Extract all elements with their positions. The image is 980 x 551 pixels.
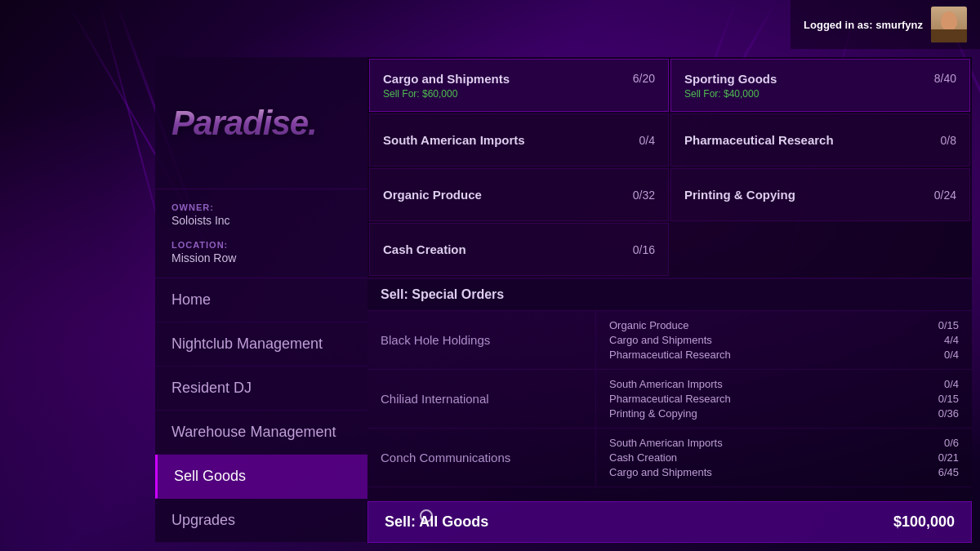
special-orders-title: Sell: Special Orders <box>381 287 959 302</box>
nav-items: HomeNightclub ManagementResident DJWareh… <box>155 278 368 543</box>
orders-list: Black Hole HoldingsOrganic Produce0/15Ca… <box>368 311 972 501</box>
logged-in-text: Logged in as: smurfynz <box>804 19 923 31</box>
order-row: Black Hole HoldingsOrganic Produce0/15Ca… <box>368 311 972 370</box>
order-company-name: Black Hole Holdings <box>381 333 490 347</box>
goods-cell-south-american-imports: South American Imports0/4 <box>369 113 669 167</box>
goods-name: Sporting Goods <box>684 72 777 86</box>
goods-count: 0/4 <box>639 134 655 147</box>
goods-cell-cargo-and-shipments: Cargo and Shipments6/20Sell For: $60,000 <box>369 59 669 112</box>
goods-name: South American Imports <box>383 133 525 147</box>
goods-cell-sporting-goods: Sporting Goods8/40Sell For: $40,000 <box>670 59 970 112</box>
goods-count: 6/20 <box>633 72 655 85</box>
sidebar-item-upgrades[interactable]: Upgrades <box>155 499 368 543</box>
goods-count: 8/40 <box>934 72 956 85</box>
order-company-name: Chiliad International <box>381 392 489 406</box>
order-item: South American Imports0/6 <box>609 437 959 449</box>
order-item: Cargo and Shipments4/4 <box>609 334 959 346</box>
goods-name: Cash Creation <box>383 242 466 256</box>
order-company-cell: Conch Communications <box>368 429 596 487</box>
sidebar-item-sell-goods[interactable]: Sell Goods <box>155 455 368 499</box>
main-layout: Paradise. OWNER: Soloists Inc LOCATION: … <box>155 57 972 543</box>
order-item-count: 0/15 <box>938 393 959 405</box>
order-item-count: 6/45 <box>938 466 959 478</box>
order-item-name: Cargo and Shipments <box>609 466 712 478</box>
owner-label: OWNER: <box>172 202 351 212</box>
goods-cell-printing-&-copying: Printing & Copying0/24 <box>670 168 970 221</box>
avatar <box>931 7 967 42</box>
order-company-cell: Black Hole Holdings <box>368 311 596 369</box>
sidebar: Paradise. OWNER: Soloists Inc LOCATION: … <box>155 57 368 543</box>
order-item: Cargo and Shipments6/45 <box>609 466 959 478</box>
order-item: Pharmaceutical Research0/15 <box>609 393 959 405</box>
order-item: Printing & Copying0/36 <box>609 407 959 420</box>
order-item-count: 0/4 <box>944 378 959 390</box>
goods-count: 0/16 <box>633 243 655 256</box>
goods-sell-price: Sell For: $60,000 <box>383 88 655 100</box>
order-item-name: Pharmaceutical Research <box>609 393 731 405</box>
order-company-cell: Chiliad International <box>368 370 596 428</box>
goods-count: 0/24 <box>934 189 956 202</box>
logo-text: Paradise. <box>172 104 317 143</box>
order-item-count: 0/21 <box>938 451 959 464</box>
sidebar-item-resident-dj[interactable]: Resident DJ <box>155 367 368 411</box>
location-value: Mission Row <box>172 251 351 264</box>
username: smurfynz <box>875 19 923 31</box>
goods-cell-pharmaceutical-research: Pharmaceutical Research0/8 <box>670 113 970 167</box>
location-section: LOCATION: Mission Row <box>155 233 368 278</box>
special-orders-header: Sell: Special Orders <box>368 278 972 311</box>
goods-cell-cash-creation: Cash Creation0/16 <box>369 223 669 276</box>
goods-name: Organic Produce <box>383 188 482 202</box>
top-bar: Logged in as: smurfynz <box>791 0 980 49</box>
goods-sell-price: Sell For: $40,000 <box>684 88 956 100</box>
action-price: $100,000 <box>893 513 955 531</box>
goods-cell-organic-produce: Organic Produce0/32 <box>369 168 669 221</box>
order-item-name: Cash Creation <box>609 451 677 464</box>
sidebar-item-warehouse-management[interactable]: Warehouse Management <box>155 411 368 455</box>
avatar-face <box>931 7 967 42</box>
order-item-count: 0/4 <box>944 349 959 361</box>
action-bar[interactable]: Sell: All Goods $100,000 <box>368 501 972 543</box>
order-item: Organic Produce0/15 <box>609 319 959 331</box>
goods-name: Pharmaceutical Research <box>684 133 834 147</box>
order-item: South American Imports0/4 <box>609 378 959 390</box>
order-row: Conch CommunicationsSouth American Impor… <box>368 429 972 487</box>
order-company-name: Conch Communications <box>381 451 510 464</box>
order-item: Pharmaceutical Research0/4 <box>609 349 959 361</box>
goods-count: 0/32 <box>633 189 655 202</box>
order-item-name: Printing & Copying <box>609 407 697 420</box>
order-row: Chiliad InternationalSouth American Impo… <box>368 370 972 429</box>
logged-in-label: Logged in as: <box>804 19 873 31</box>
action-label: Sell: All Goods <box>385 513 488 531</box>
sidebar-item-nightclub-management[interactable]: Nightclub Management <box>155 322 368 367</box>
goods-name: Cargo and Shipments <box>383 72 510 86</box>
content: Cargo and Shipments6/20Sell For: $60,000… <box>368 57 972 543</box>
goods-count: 0/8 <box>941 134 956 147</box>
order-item-name: South American Imports <box>609 437 723 449</box>
order-item-name: South American Imports <box>609 378 723 390</box>
logo-area: Paradise. <box>155 57 368 189</box>
owner-value: Soloists Inc <box>172 214 351 227</box>
order-item-count: 4/4 <box>944 334 959 346</box>
order-item-name: Pharmaceutical Research <box>609 349 731 361</box>
owner-section: OWNER: Soloists Inc <box>155 189 368 233</box>
order-details-cell: South American Imports0/4Pharmaceutical … <box>596 370 972 428</box>
order-item-name: Organic Produce <box>609 319 689 331</box>
order-details-cell: Organic Produce0/15Cargo and Shipments4/… <box>596 311 972 369</box>
location-label: LOCATION: <box>172 240 351 250</box>
goods-name: Printing & Copying <box>684 188 795 202</box>
order-item-count: 0/15 <box>938 319 959 331</box>
order-item-count: 0/6 <box>944 437 959 449</box>
goods-grid: Cargo and Shipments6/20Sell For: $60,000… <box>368 57 972 278</box>
order-item-name: Cargo and Shipments <box>609 334 712 346</box>
order-details-cell: South American Imports0/6Cash Creation0/… <box>596 429 972 487</box>
order-item: Cash Creation0/21 <box>609 451 959 464</box>
order-item-count: 0/36 <box>938 407 959 420</box>
sidebar-item-home[interactable]: Home <box>155 278 368 322</box>
